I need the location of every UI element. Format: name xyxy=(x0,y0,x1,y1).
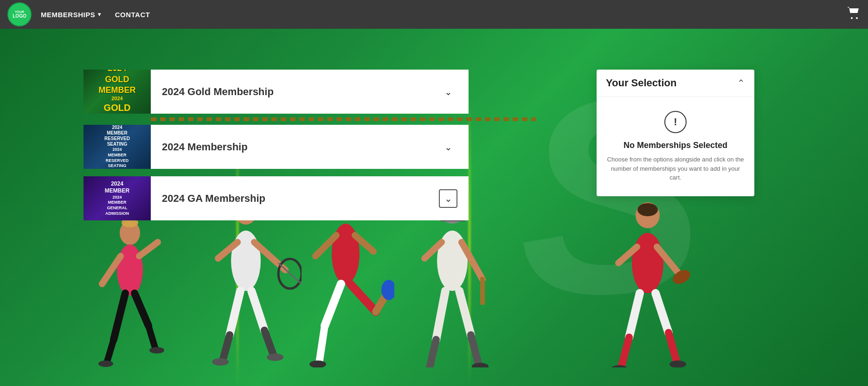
svg-line-58 xyxy=(669,333,677,363)
memberships-chevron-icon: ▾ xyxy=(98,11,101,18)
selection-header: Your Selection ⌃ xyxy=(597,70,754,97)
svg-line-21 xyxy=(223,335,230,360)
svg-line-29 xyxy=(350,284,376,312)
svg-line-6 xyxy=(114,293,125,340)
svg-point-11 xyxy=(149,347,164,354)
selection-collapse-button[interactable]: ⌃ xyxy=(737,77,745,89)
gold-image-label: 2024GOLDMEMBER xyxy=(104,96,131,114)
membership-row-reserved: 2024MEMBERRESERVEDSEATING 2024 Membershi… xyxy=(84,125,469,169)
no-memberships-description: Choose from the options alongside and cl… xyxy=(606,155,745,182)
svg-point-32 xyxy=(309,360,326,367)
main-content: S xyxy=(0,29,868,386)
svg-point-3 xyxy=(117,244,143,296)
svg-line-8 xyxy=(107,340,114,363)
logo[interactable]: YOUR LOGO xyxy=(7,2,32,26)
svg-line-55 xyxy=(629,293,640,337)
gold-dashed-separator xyxy=(151,117,536,121)
membership-title-ga: 2024 GA Membership xyxy=(162,193,265,205)
svg-point-23 xyxy=(212,358,229,366)
membership-expand-ga[interactable]: ⌄ xyxy=(439,189,457,208)
reserved-image-label: 2024MEMBERRESERVEDSEATING xyxy=(106,147,129,169)
svg-line-56 xyxy=(656,293,669,333)
svg-point-1 xyxy=(856,17,858,19)
membership-panel-gold[interactable]: 2024 Gold Membership ⌄ xyxy=(151,70,469,114)
ga-image-label: 2024MEMBERGENERALADMISSION xyxy=(105,195,129,217)
svg-point-24 xyxy=(267,354,283,361)
membership-row-gold: 2024GOLDMEMBER 2024 Gold Membership ⌄ xyxy=(84,70,469,114)
svg-line-19 xyxy=(230,291,240,335)
svg-line-31 xyxy=(319,326,325,363)
selection-title: Your Selection xyxy=(606,77,676,89)
main-nav: MEMBERSHIPS ▾ CONTACT xyxy=(41,11,150,19)
membership-row-ga: 2024MEMBERGENERALADMISSION 2024 GA Membe… xyxy=(84,176,469,220)
cart-icon[interactable] xyxy=(847,6,861,23)
membership-title-gold: 2024 Gold Membership xyxy=(162,86,274,98)
svg-line-22 xyxy=(264,330,274,356)
svg-point-60 xyxy=(669,360,686,367)
contact-label: CONTACT xyxy=(115,11,150,19)
svg-line-43 xyxy=(436,291,445,340)
svg-point-10 xyxy=(98,360,113,367)
selection-panel: Your Selection ⌃ ! No Memberships Select… xyxy=(597,70,754,196)
membership-panel-reserved[interactable]: 2024 Membership ⌄ xyxy=(151,125,469,169)
membership-panel-ga[interactable]: 2024 GA Membership ⌄ xyxy=(151,176,469,220)
memberships-container: 2024GOLDMEMBER 2024 Gold Membership ⌄ 20… xyxy=(84,70,469,224)
selection-body: ! No Memberships Selected Choose from th… xyxy=(597,97,754,196)
svg-line-44 xyxy=(459,291,471,335)
svg-line-45 xyxy=(429,340,436,367)
no-memberships-heading: No Memberships Selected xyxy=(606,141,745,150)
memberships-label: MEMBERSHIPS xyxy=(41,11,95,19)
svg-line-5 xyxy=(139,242,158,256)
membership-title-reserved: 2024 Membership xyxy=(162,141,248,153)
svg-line-28 xyxy=(325,284,341,326)
logo-text-top: YOUR xyxy=(15,10,24,14)
svg-line-17 xyxy=(278,263,302,284)
svg-point-51 xyxy=(637,203,658,216)
nav-contact[interactable]: CONTACT xyxy=(115,11,150,19)
svg-rect-41 xyxy=(480,277,485,305)
header: YOUR LOGO MEMBERSHIPS ▾ CONTACT xyxy=(0,0,868,29)
svg-line-57 xyxy=(621,337,629,367)
info-icon-symbol: ! xyxy=(674,116,677,128)
membership-image-gold: 2024GOLDMEMBER xyxy=(84,70,151,114)
athlete-runner xyxy=(88,205,172,367)
logo-text-main: LOGO xyxy=(13,13,26,19)
svg-point-50 xyxy=(632,233,663,293)
svg-line-46 xyxy=(471,335,479,365)
membership-image-reserved: 2024MEMBERRESERVEDSEATING xyxy=(84,125,151,169)
svg-point-48 xyxy=(472,363,489,367)
svg-point-14 xyxy=(231,231,261,291)
svg-line-7 xyxy=(135,293,148,326)
membership-expand-gold[interactable]: ⌄ xyxy=(439,83,457,101)
svg-line-9 xyxy=(148,326,155,349)
nav-memberships[interactable]: MEMBERSHIPS ▾ xyxy=(41,11,101,19)
athlete-rugby xyxy=(599,191,692,367)
membership-image-ga: 2024MEMBERGENERALADMISSION xyxy=(84,176,151,220)
empty-state-icon: ! xyxy=(664,111,687,133)
membership-expand-reserved[interactable]: ⌄ xyxy=(439,138,457,156)
svg-line-20 xyxy=(251,291,264,330)
svg-point-0 xyxy=(851,17,853,19)
